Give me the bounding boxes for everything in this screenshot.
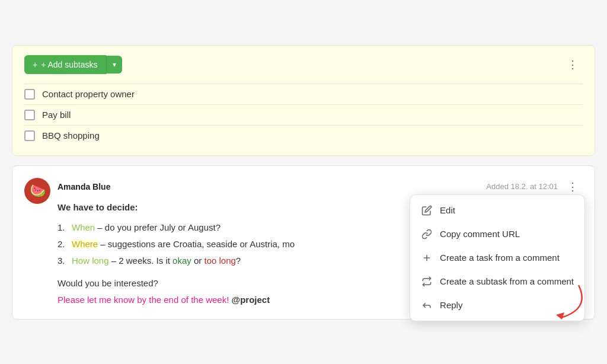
- dropdown-item-create-task[interactable]: Create a task from a comment: [410, 246, 584, 270]
- add-subtasks-button[interactable]: + + Add subtasks: [24, 55, 106, 74]
- list-num-2: 2.: [57, 237, 68, 251]
- subtasks-header: + + Add subtasks ▾ ⋮: [24, 55, 583, 74]
- too-long-text: too long: [204, 256, 235, 266]
- dropdown-menu: Edit Copy comment URL Create a task from…: [410, 194, 585, 321]
- when-text: When: [72, 222, 95, 232]
- list-3-or: or: [191, 256, 205, 266]
- dropdown-item-edit[interactable]: Edit: [410, 199, 584, 222]
- list-2-rest: – suggestions are Croatia, seaside or Au…: [98, 239, 295, 249]
- how-text: How long: [72, 256, 109, 266]
- subtask-checkbox-1[interactable]: [24, 89, 35, 100]
- subtask-label-1: Contact property owner: [42, 89, 135, 99]
- list-num-1: 1.: [57, 221, 68, 235]
- where-text: Where: [72, 239, 98, 249]
- list-1-rest: – do you prefer July or August?: [95, 222, 221, 232]
- list-num-3: 3.: [57, 254, 68, 268]
- copy-url-label: Copy comment URL: [440, 229, 520, 239]
- subtask-checkbox-2[interactable]: [24, 110, 35, 120]
- avatar: 🍉: [24, 178, 50, 204]
- comment-meta: Amanda Blue Added 18.2. at 12:01 ⋮: [57, 178, 583, 196]
- subtask-item-1: Contact property owner: [24, 84, 583, 104]
- add-subtasks-label: + Add subtasks: [41, 60, 97, 69]
- add-subtasks-dropdown-button[interactable]: ▾: [106, 56, 122, 74]
- okay-text: okay: [172, 256, 191, 266]
- subtask-checkbox-3[interactable]: [24, 130, 35, 141]
- subtask-label-3: BBQ shopping: [42, 130, 100, 141]
- plus-icon: +: [33, 60, 37, 69]
- reply-label: Reply: [440, 300, 462, 310]
- list-3-end: ?: [236, 256, 241, 266]
- cta-pink-text: Please let me know by the end of the wee…: [57, 295, 229, 305]
- list-3-rest-before: – 2 weeks. Is it: [109, 256, 173, 266]
- create-subtask-label: Create a subtask from a comment: [440, 276, 574, 286]
- cta-mention: @project: [229, 295, 270, 305]
- subtask-icon: [421, 276, 433, 288]
- dropdown-item-copy-url[interactable]: Copy comment URL: [410, 222, 584, 246]
- reply-icon: [421, 299, 433, 311]
- subtask-label-2: Pay bill: [42, 110, 71, 120]
- main-container: + + Add subtasks ▾ ⋮ Contact property ow…: [12, 45, 595, 320]
- subtasks-panel: + + Add subtasks ▾ ⋮ Contact property ow…: [12, 45, 595, 156]
- subtask-item-3: BBQ shopping: [24, 125, 583, 146]
- create-task-label: Create a task from a comment: [440, 253, 560, 263]
- comment-author: Amanda Blue: [57, 182, 110, 191]
- link-icon: [421, 228, 433, 240]
- comment-three-dots-button[interactable]: ⋮: [563, 178, 583, 196]
- comment-section: 🍉 Amanda Blue Added 18.2. at 12:01 ⋮ We …: [12, 165, 595, 320]
- subtasks-three-dots-button[interactable]: ⋮: [563, 56, 583, 74]
- edit-label: Edit: [440, 205, 455, 215]
- pencil-icon: [421, 205, 433, 216]
- add-subtasks-group: + + Add subtasks ▾: [24, 55, 122, 74]
- comment-timestamp: Added 18.2. at 12:01: [486, 182, 558, 191]
- subtask-item-2: Pay bill: [24, 104, 583, 125]
- dropdown-item-create-subtask[interactable]: Create a subtask from a comment: [410, 270, 584, 293]
- dropdown-item-reply[interactable]: Reply: [410, 293, 584, 317]
- plus-circle-icon: [421, 252, 433, 264]
